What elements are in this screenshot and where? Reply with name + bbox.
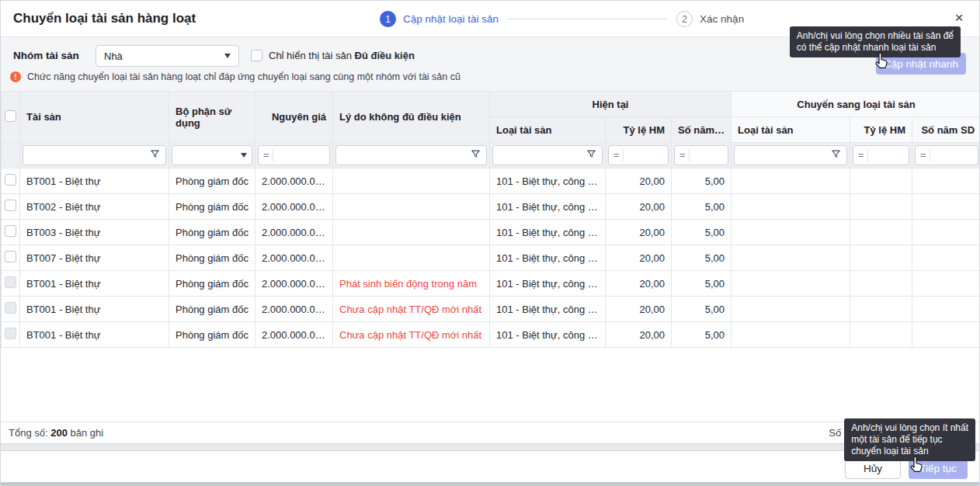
row-checkbox[interactable] [5,200,16,211]
cell-current-rate: 20,00 [606,194,672,220]
table-row: BT003 - Biệt thự Phòng giám đốc 2.000.00… [2,220,980,245]
cell-reason [333,194,490,220]
filter-current-rate-input[interactable] [627,146,663,165]
cell-current-years: 5,00 [672,194,732,220]
cell-new-years[interactable] [912,194,980,220]
cell-current-rate: 20,00 [606,168,672,194]
cell-new-years[interactable] [912,220,980,245]
cell-new-years[interactable] [912,168,980,194]
step-2-circle: 2 [676,11,693,27]
table-footer: Tổng số: 200 bản ghi Số dòng/trang [1,422,979,443]
cell-new-type[interactable] [732,194,850,220]
cell-current-years: 5,00 [672,220,732,245]
filter-new-type-input[interactable] [739,146,827,165]
cell-current-type: 101 - Biệt thự, công tr... [490,220,606,245]
step-1-label: Cập nhật loại tài sản [403,13,499,25]
cell-new-rate[interactable] [850,220,912,245]
cell-new-rate[interactable] [850,194,912,220]
equals-operator[interactable]: = [263,149,273,161]
filter-row: = = = = = [2,143,980,168]
col-header-department[interactable]: Bộ phận sử dụng [169,92,255,143]
row-checkbox[interactable] [5,225,16,237]
filter-funnel-icon[interactable] [830,148,842,163]
select-all-checkbox[interactable] [5,110,16,122]
col-header-current-years[interactable]: Số năm SD [672,117,732,143]
cell-current-years: 5,00 [672,322,732,348]
step-1: 1 Cập nhật loại tài sản [380,11,499,27]
cell-department: Phòng giám đốc [169,271,255,297]
horizontal-scrollbar[interactable] [1,443,979,451]
only-eligible-checkbox[interactable] [251,50,262,61]
close-icon[interactable]: × [950,9,968,27]
filter-new-rate-input[interactable] [871,146,904,165]
group-header-current: Hiện tại [490,92,732,117]
cell-new-years [912,271,980,297]
equals-operator[interactable]: = [679,149,690,161]
cell-new-years[interactable] [912,245,980,271]
filter-cost-input[interactable] [276,146,325,165]
only-eligible-label: Chỉ hiển thị tài sản Đủ điều kiện [269,50,415,61]
assets-table: Tài sản Bộ phận sử dụng Nguyên giá Lý do… [1,91,980,348]
cell-cost: 2.000.000.000 [255,322,333,348]
hand-cursor-icon [907,456,926,477]
cell-department: Phòng giám đốc [169,322,255,348]
only-eligible-option: Chỉ hiển thị tài sản Đủ điều kiện [251,50,415,61]
col-header-current-type[interactable]: Loại tài sản [490,117,606,143]
cell-department: Phòng giám đốc [169,245,255,271]
filter-funnel-icon[interactable] [470,148,481,163]
cell-current-rate: 20,00 [606,297,672,322]
col-header-asset[interactable]: Tài sản [20,92,169,143]
cell-cost: 2.000.000.000 [255,168,333,194]
cell-new-type[interactable] [732,168,850,194]
cell-department: Phòng giám đốc [169,297,255,322]
cell-current-years: 5,00 [672,168,732,194]
cell-new-years [912,322,980,348]
col-header-current-rate[interactable]: Tỷ lệ HM [606,117,672,143]
cell-current-years: 5,00 [672,245,732,271]
cell-new-years [912,297,980,322]
cell-new-rate[interactable] [850,168,912,194]
cell-reason: Phát sinh biến động trong năm [333,271,490,297]
cell-new-type[interactable] [732,245,850,271]
col-header-new-rate[interactable]: Tỷ lệ HM [850,117,912,143]
equals-operator[interactable]: = [920,149,930,161]
cell-new-type[interactable] [732,220,850,245]
filter-asset-input[interactable] [28,146,146,165]
filter-current-years-input[interactable] [693,146,723,165]
col-header-new-type[interactable]: Loại tài sản [732,117,850,143]
col-header-cost[interactable]: Nguyên giá [255,92,333,143]
asset-group-label: Nhóm tài sản [13,50,79,61]
chevron-down-icon[interactable] [241,153,247,158]
row-checkbox[interactable] [5,251,16,262]
bulk-asset-transfer-dialog: Chuyển loại tài sản hàng loạt 1 Cập nhật… [0,0,980,486]
window-bottom-edge [1,482,979,486]
table-row: BT002 - Biệt thự Phòng giám đốc 2.000.00… [2,194,980,220]
col-header-reason[interactable]: Lý do không đủ điều kiện [333,92,490,143]
filter-reason-input[interactable] [341,146,467,165]
total-records: Tổng số: 200 bản ghi [1,427,103,439]
filter-new-years-input[interactable] [933,146,973,165]
cell-current-years: 5,00 [672,271,732,297]
cell-reason: Chưa cập nhật TT/QĐ mới nhất [333,297,490,322]
cell-asset: BT002 - Biệt thự [20,194,169,220]
row-checkbox-disabled [5,276,16,288]
cell-cost: 2.000.000.000 [255,297,333,322]
cell-reason [333,168,490,194]
row-checkbox[interactable] [5,174,16,186]
chevron-down-icon [224,54,231,58]
filter-department-input[interactable] [177,146,238,165]
equals-operator[interactable]: = [858,149,868,161]
cell-current-type: 101 - Biệt thự, công tr... [490,245,606,271]
equals-operator[interactable]: = [613,149,624,161]
cell-new-rate[interactable] [850,245,912,271]
row-checkbox-disabled [5,328,16,339]
asset-group-select[interactable]: Nhà [96,45,239,67]
cell-new-rate [850,271,912,297]
col-header-new-years[interactable]: Số năm SD [912,117,980,143]
table-row: BT001 - Biệt thự Phòng giám đốc 2.000.00… [2,297,980,322]
filter-current-type-input[interactable] [498,146,582,165]
cell-department: Phòng giám đốc [169,194,255,220]
action-bar: Hủy Tiếp tục [1,451,979,482]
filter-funnel-icon[interactable] [149,148,161,163]
filter-funnel-icon[interactable] [586,148,597,163]
